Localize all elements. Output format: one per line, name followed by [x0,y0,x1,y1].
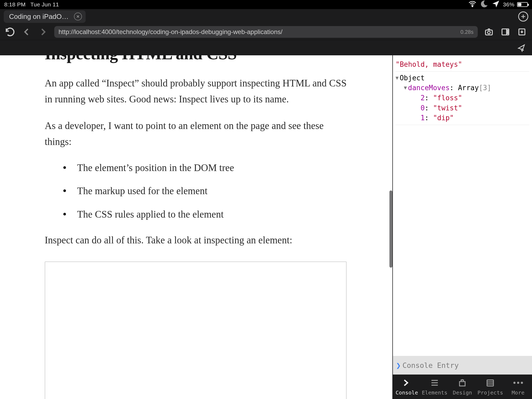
article: Inspecting HTML and CSS An app called “I… [0,55,392,399]
list-item: The markup used for the element [63,184,348,198]
tab-projects[interactable]: Projects [476,375,504,399]
svg-point-7 [507,33,508,34]
status-time: 8:18 PM [4,1,26,8]
tab-label: Design [453,389,472,396]
forward-button[interactable] [38,27,48,37]
console-type: Array [458,84,479,92]
console-output[interactable]: "Behold, mateys" ▼Object ▼danceMoves: Ar… [393,55,532,356]
back-button[interactable] [21,27,32,37]
battery-icon [517,2,528,7]
tab-more[interactable]: More [504,375,532,399]
toolbar: http://localhost:4000/technology/coding-… [0,24,532,40]
projects-icon [485,378,495,388]
more-icon [513,378,523,388]
list-item: The CSS rules applied to the element [63,207,348,222]
design-icon [458,378,467,388]
console-value: "twist" [433,104,462,112]
console-object-label: Object [400,74,425,82]
console-prompt-icon [402,378,412,388]
svg-point-5 [507,30,508,31]
console-value: "floss" [433,94,462,102]
svg-point-0 [472,6,473,7]
article-paragraph: Inspect can do all of this. Take a look … [45,232,348,248]
wifi-icon [468,0,477,10]
article-paragraph: An app called “Inspect” should probably … [45,75,348,107]
tab-label: Console [396,389,418,396]
article-list: The element’s position in the DOM tree T… [45,160,348,222]
devtools-panel: "Behold, mateys" ▼Object ▼danceMoves: Ar… [392,55,532,399]
moon-icon [480,0,489,10]
console-index: 1 [421,114,425,122]
console-index: 2 [421,94,425,102]
console-log-value: "Behold, mateys" [396,60,462,68]
console-input-placeholder: Console Entry [402,361,459,369]
page-viewport[interactable]: Inspecting HTML and CSS An app called “I… [0,55,392,399]
tab-elements[interactable]: Elements [421,375,449,399]
status-bar: 8:18 PM Tue Jun 11 36% [0,0,532,9]
console-value: "dip" [433,114,454,122]
tab-title: Coding on iPadOS: D… [9,13,70,21]
tab-console[interactable]: Console [393,375,421,399]
tab-design[interactable]: Design [448,375,476,399]
close-tab-button[interactable] [74,13,82,20]
list-item: The element’s position in the DOM tree [63,160,348,175]
inspect-element-button[interactable] [516,43,527,53]
workspace: Inspecting HTML and CSS An app called “I… [0,55,532,399]
url-bar[interactable]: http://localhost:4000/technology/coding-… [54,26,478,38]
disclosure-triangle-icon[interactable]: ▼ [404,84,407,92]
browser-tab[interactable]: Coding on iPadOS: D… [4,10,86,23]
tab-label: Elements [422,389,447,396]
svg-rect-13 [487,380,493,386]
console-input[interactable]: ❯ Console Entry [393,356,532,375]
svg-point-2 [488,31,490,34]
panel-toggle-button[interactable] [500,27,511,37]
export-button[interactable] [517,27,527,37]
tab-bar: Coding on iPadOS: D… [0,9,532,24]
article-paragraph: As a developer, I want to point to an el… [45,118,348,150]
status-date: Tue Jun 11 [30,1,59,8]
scrollbar[interactable] [389,190,392,268]
svg-rect-12 [460,382,465,386]
elements-icon [430,378,439,388]
tab-label: More [512,389,525,396]
battery-percent: 36% [503,1,514,8]
location-icon [491,0,500,10]
tab-label: Projects [477,389,503,396]
new-tab-button[interactable] [518,11,528,22]
load-timing: 0.28s [460,29,473,35]
secondary-toolbar [0,40,532,55]
screenshot-button[interactable] [484,27,494,37]
url-text: http://localhost:4000/technology/coding-… [59,28,282,36]
console-index: 0 [421,104,425,112]
article-heading: Inspecting HTML and CSS [45,55,348,64]
article-figure-placeholder [45,261,347,399]
console-array-length: [3] [479,84,491,92]
disclosure-triangle-icon[interactable]: ▼ [396,74,398,82]
chevron-right-icon: ❯ [396,361,401,370]
svg-point-6 [507,32,508,32]
reload-button[interactable] [5,27,15,37]
console-key: danceMoves [408,84,450,92]
devtools-tabbar: Console Elements Design Projects More [393,375,532,399]
